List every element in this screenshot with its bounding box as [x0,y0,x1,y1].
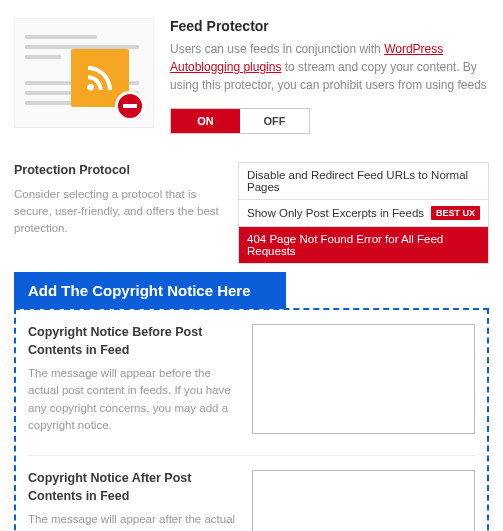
notice-before-row: Copyright Notice Before Post Contents in… [28,324,475,437]
feature-description: Users can use feeds in conjunction with … [170,40,489,94]
feed-protector-toggle[interactable]: ON OFF [170,108,310,134]
svg-point-0 [87,84,94,91]
notice-before-label: Copyright Notice Before Post Contents in… [28,324,238,359]
copyright-notice-group: Copyright Notice Before Post Contents in… [14,308,489,531]
feed-protector-illustration [14,18,154,128]
best-ux-badge: BEST UX [431,206,480,220]
toggle-off[interactable]: OFF [240,109,309,133]
prohibit-icon [115,91,145,121]
notice-after-row: Copyright Notice After Post Contents in … [28,470,475,531]
copyright-callout: Add The Copyright Notice Here [14,272,286,309]
protocol-option[interactable]: Disable and Redirect Feed URLs to Normal… [239,163,488,200]
feature-title: Feed Protector [170,18,489,34]
protocol-option[interactable]: Show Only Post Excerpts in FeedsBEST UX [239,200,488,227]
divider [28,455,475,456]
toggle-on[interactable]: ON [171,109,240,133]
notice-before-hint: The message will appear before the actua… [28,365,238,434]
protection-protocol-section: Protection Protocol Consider selecting a… [14,162,489,264]
feature-header: Feed Protector Users can use feeds in co… [14,18,489,134]
notice-after-textarea[interactable] [252,470,475,531]
notice-before-textarea[interactable] [252,324,475,434]
protocol-hint: Consider selecting a protocol that is se… [14,186,224,238]
protocol-label: Protection Protocol [14,162,224,180]
protocol-option[interactable]: 404 Page Not Found Error for All Feed Re… [239,227,488,263]
protocol-options: Disable and Redirect Feed URLs to Normal… [238,162,489,264]
notice-after-label: Copyright Notice After Post Contents in … [28,470,238,505]
notice-after-hint: The message will appear after the actual… [28,511,238,531]
